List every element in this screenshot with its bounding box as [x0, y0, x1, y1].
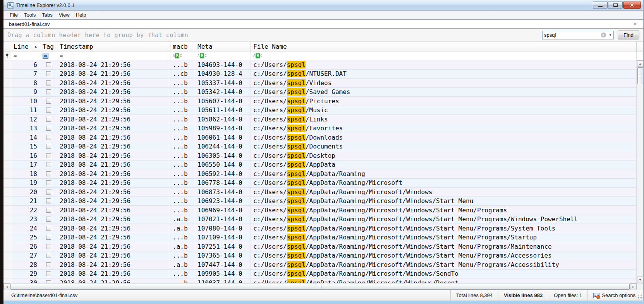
tag-checkbox[interactable]: [46, 280, 51, 283]
table-row[interactable]: 13 2018-08-24 21:29:56 ...b 105989-144-0…: [3, 124, 637, 133]
tag-checkbox[interactable]: [46, 71, 51, 76]
tag-checkbox[interactable]: [46, 244, 51, 249]
menu-help[interactable]: Help: [73, 11, 89, 19]
table-row[interactable]: 25 2018-08-24 21:29:56 ...b 107109-144-0…: [3, 233, 637, 243]
table-row[interactable]: 18 2018-08-24 21:29:56 ...b 106592-144-0…: [3, 169, 637, 179]
horizontal-scrollbar[interactable]: ◄ ►: [3, 283, 643, 290]
scroll-left-button[interactable]: ◄: [3, 284, 10, 290]
tag-checkbox[interactable]: [46, 271, 51, 276]
cell-tag[interactable]: [40, 97, 57, 106]
tag-checkbox[interactable]: [46, 262, 51, 267]
menu-view[interactable]: View: [56, 11, 73, 19]
table-row[interactable]: 28 2018-08-24 21:29:56 .a.b 107447-144-0…: [3, 260, 637, 270]
tag-checkbox[interactable]: [46, 180, 51, 185]
filter-filename[interactable]: ABC: [251, 51, 637, 60]
cell-tag[interactable]: [40, 278, 57, 283]
find-button[interactable]: Find: [618, 31, 639, 39]
vertical-scrollbar[interactable]: ▲ ▼: [637, 60, 643, 283]
minimize-button[interactable]: [593, 2, 608, 9]
group-by-panel[interactable]: Drag a column header here to group by th…: [3, 29, 643, 42]
table-row[interactable]: 27 2018-08-24 21:29:56 ...b 107365-144-0…: [3, 251, 637, 261]
table-row[interactable]: 9 2018-08-24 21:29:56 ...b 105342-144-0 …: [3, 88, 637, 97]
filter-timestamp[interactable]: =: [57, 51, 170, 60]
tag-checkbox[interactable]: [46, 144, 51, 149]
cell-tag[interactable]: [40, 270, 57, 278]
cell-tag[interactable]: [40, 106, 57, 115]
cell-tag[interactable]: [40, 161, 57, 169]
cell-tag[interactable]: [40, 188, 57, 196]
tag-checkbox[interactable]: [46, 108, 51, 113]
tag-checkbox[interactable]: [46, 89, 51, 94]
table-row[interactable]: 22 2018-08-24 21:29:56 ...b 106969-144-0…: [3, 206, 637, 215]
tag-checkbox[interactable]: [46, 235, 51, 240]
table-row[interactable]: 29 2018-08-24 21:29:56 ...b 109905-144-0…: [3, 270, 637, 279]
table-row[interactable]: 14 2018-08-24 21:29:56 ...b 106061-144-0…: [3, 133, 637, 142]
cell-tag[interactable]: [40, 242, 57, 251]
cell-tag[interactable]: [40, 215, 57, 224]
table-row[interactable]: 7 2018-08-24 21:29:56 ..cb 104930-128-4 …: [3, 70, 637, 79]
filter-tag[interactable]: [40, 51, 57, 60]
cell-tag[interactable]: [40, 151, 57, 160]
tag-checkbox[interactable]: [46, 126, 51, 131]
clear-search-button[interactable]: x: [600, 31, 607, 39]
menu-tools[interactable]: Tools: [21, 11, 39, 19]
cell-tag[interactable]: [40, 251, 57, 260]
table-row[interactable]: 19 2018-08-24 21:29:56 ...b 106778-144-0…: [3, 179, 637, 188]
table-row[interactable]: 8 2018-08-24 21:29:56 ...b 105337-144-0 …: [3, 79, 637, 88]
tag-checkbox[interactable]: [46, 190, 51, 195]
table-row[interactable]: 23 2018-08-24 21:29:56 .a.b 107021-144-0…: [3, 215, 637, 224]
resize-grip[interactable]: [638, 295, 642, 299]
tag-checkbox[interactable]: [46, 80, 51, 85]
cell-tag[interactable]: [40, 179, 57, 188]
tag-checkbox[interactable]: [46, 208, 51, 213]
vertical-scroll-thumb[interactable]: [637, 67, 643, 84]
table-row[interactable]: 24 2018-08-24 21:29:56 .a.b 107080-144-0…: [3, 224, 637, 233]
column-header-tag[interactable]: Tag: [40, 42, 57, 51]
table-row[interactable]: 11 2018-08-24 21:29:56 ...b 105611-144-0…: [3, 106, 637, 115]
table-row[interactable]: 17 2018-08-24 21:29:56 ...b 106550-144-0…: [3, 161, 637, 170]
filter-line[interactable]: =: [11, 51, 40, 60]
column-header-filename[interactable]: File Name: [251, 42, 637, 51]
cell-tag[interactable]: [40, 197, 57, 206]
cell-tag[interactable]: [40, 88, 57, 97]
table-row[interactable]: 21 2018-08-24 21:29:56 ...b 106923-144-0…: [3, 197, 637, 206]
table-row[interactable]: 6 2018-08-24 21:29:56 ...b 104693-144-0 …: [3, 60, 637, 70]
tab-close-icon[interactable]: ×: [630, 21, 639, 27]
close-button[interactable]: ✕: [623, 2, 641, 9]
cell-tag[interactable]: [40, 260, 57, 269]
cell-tag[interactable]: [40, 60, 57, 69]
table-row[interactable]: 30 2018-08-24 21:29:56 ...b 110037-144-0…: [3, 278, 637, 283]
cell-tag[interactable]: [40, 115, 57, 124]
tag-checkbox[interactable]: [46, 226, 51, 231]
table-row[interactable]: 10 2018-08-24 21:29:56 ...b 105607-144-0…: [3, 97, 637, 106]
filter-meta[interactable]: ABC: [195, 51, 251, 60]
column-header-line[interactable]: Line ▲: [11, 42, 40, 51]
tag-checkbox[interactable]: [46, 217, 51, 222]
search-options-button[interactable]: Search options: [587, 290, 641, 301]
table-row[interactable]: 15 2018-08-24 21:29:56 ...b 106244-144-0…: [3, 142, 637, 152]
table-row[interactable]: 20 2018-08-24 21:29:56 ...b 106873-144-0…: [3, 188, 637, 197]
table-row[interactable]: 26 2018-08-24 21:29:56 .a.b 107251-144-0…: [3, 242, 637, 251]
tag-checkbox[interactable]: [46, 171, 51, 176]
horizontal-scroll-thumb[interactable]: [10, 284, 630, 290]
cell-tag[interactable]: [40, 70, 57, 79]
tag-checkbox[interactable]: [46, 162, 51, 167]
filter-macb[interactable]: ABC: [170, 51, 195, 60]
table-row[interactable]: 16 2018-08-24 21:29:56 ...b 106305-144-0…: [3, 151, 637, 161]
search-dropdown-button[interactable]: ▼: [607, 31, 613, 39]
cell-tag[interactable]: [40, 133, 57, 142]
tag-checkbox[interactable]: [46, 99, 51, 104]
cell-tag[interactable]: [40, 142, 57, 151]
table-row[interactable]: 12 2018-08-24 21:29:56 ...b 105862-144-0…: [3, 115, 637, 124]
scroll-right-button[interactable]: ►: [630, 284, 637, 290]
scroll-down-button[interactable]: ▼: [637, 277, 644, 283]
title-bar[interactable]: Timeline Explorer v2.0.0.1 ✕: [3, 0, 643, 11]
menu-tabs[interactable]: Tabs: [39, 11, 55, 19]
cell-tag[interactable]: [40, 124, 57, 133]
tag-checkbox[interactable]: [46, 117, 51, 122]
cell-tag[interactable]: [40, 169, 57, 178]
tab-baserd01-final[interactable]: baserd01-final.csv: [7, 21, 50, 27]
maximize-button[interactable]: [608, 2, 623, 9]
cell-tag[interactable]: [40, 79, 57, 87]
cell-tag[interactable]: [40, 224, 57, 233]
